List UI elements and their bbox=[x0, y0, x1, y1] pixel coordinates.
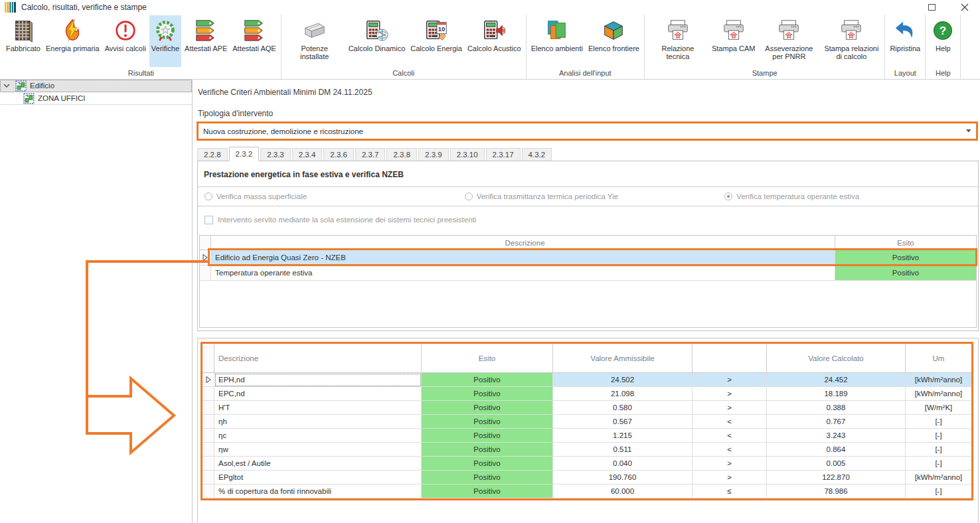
cell-esito[interactable]: Positivo bbox=[422, 401, 553, 415]
detail-row-asol-est-autile[interactable]: Asol,est / AutilePositivo0.040>0.005[-] bbox=[203, 457, 971, 471]
detail-row-epc-nd[interactable]: EPC,ndPositivo21.098>18.189[kWh/m²anno] bbox=[203, 387, 971, 401]
column-header-operatore[interactable] bbox=[693, 344, 767, 372]
tab-2-3-7[interactable]: 2.3.7 bbox=[355, 148, 386, 161]
ribbon-button-verifiche[interactable]: Verifiche bbox=[149, 15, 181, 67]
cell-operatore[interactable]: > bbox=[693, 387, 767, 401]
cell-valore-calcolato[interactable]: 78.986 bbox=[767, 485, 906, 498]
cell-descrizione[interactable]: % di copertura da fonti rinnovabili bbox=[214, 485, 422, 498]
radio-verifica-massa-superficiale[interactable]: Verifica massa superficiale bbox=[198, 187, 458, 206]
radio-verifica-trasmittanza-termica-periodica-yie[interactable]: Verifica trasmittanza termica periodica … bbox=[458, 187, 718, 206]
ribbon-button-energia-primaria[interactable]: Energia primaria bbox=[44, 15, 102, 67]
tab-2-3-8[interactable]: 2.3.8 bbox=[386, 148, 417, 161]
cell-descrizione[interactable]: Edificio ad Energia Quasi Zero - NZEB bbox=[211, 250, 835, 265]
ribbon-button-fabbricato[interactable]: Fabbricato bbox=[4, 15, 42, 67]
cell-operatore[interactable]: > bbox=[693, 401, 767, 415]
column-header-descrizione[interactable]: Descrizione bbox=[211, 236, 835, 250]
cell-um[interactable]: [-] bbox=[906, 457, 971, 471]
cell-descrizione[interactable]: ηw bbox=[214, 443, 422, 457]
cell-operatore[interactable]: > bbox=[693, 457, 767, 471]
cell-um[interactable]: [-] bbox=[906, 443, 971, 457]
cell-valore-ammissibile[interactable]: 0.580 bbox=[553, 401, 693, 415]
tab-2-3-9[interactable]: 2.3.9 bbox=[418, 148, 449, 161]
cell-esito[interactable]: Positivo bbox=[422, 387, 553, 401]
cell-esito[interactable]: Positivo bbox=[422, 485, 553, 498]
column-header-esito[interactable]: Esito bbox=[835, 236, 976, 250]
ribbon-button-calcolo-energia[interactable]: 10Calcolo Energia bbox=[408, 15, 464, 67]
column-header-esito[interactable]: Esito bbox=[422, 344, 553, 372]
ribbon-button-elenco-frontiere[interactable]: Elenco frontiere bbox=[586, 15, 641, 67]
cell-valore-ammissibile[interactable]: 1.215 bbox=[553, 429, 693, 443]
cell-um[interactable]: [kWh/m²anno] bbox=[906, 387, 971, 401]
detail-row-eph-nd[interactable]: EPH,ndPositivo24.502>24.452[kWh/m²anno] bbox=[203, 373, 971, 387]
cell-um[interactable]: [kWh/m²anno] bbox=[906, 471, 971, 485]
cell-descrizione[interactable]: EPH,nd bbox=[214, 373, 422, 387]
cell-esito[interactable]: Positivo bbox=[835, 265, 976, 281]
cell-um[interactable]: [-] bbox=[906, 485, 971, 498]
tab-2-3-3[interactable]: 2.3.3 bbox=[260, 148, 291, 161]
detail-row-di-copertura-da-fonti-rinnovabili[interactable]: % di copertura da fonti rinnovabiliPosit… bbox=[203, 485, 971, 498]
tab-2-3-10[interactable]: 2.3.10 bbox=[450, 148, 485, 161]
tab-2-3-17[interactable]: 2.3.17 bbox=[486, 148, 521, 161]
ribbon-button-relazione-tecnica[interactable]: Relazione tecnica bbox=[647, 15, 708, 67]
cell-valore-ammissibile[interactable]: 0.040 bbox=[553, 457, 693, 471]
ribbon-button-attestati-ape[interactable]: Attestati APE bbox=[183, 15, 229, 67]
cell-descrizione[interactable]: EPgltot bbox=[214, 471, 422, 485]
cell-valore-calcolato[interactable]: 24.452 bbox=[767, 373, 906, 387]
cell-valore-calcolato[interactable]: 3.243 bbox=[767, 429, 906, 443]
cell-valore-ammissibile[interactable]: 190.760 bbox=[553, 471, 693, 485]
radio-verifica-temperatura-operante-estiva[interactable]: Verifica temperatura operante estiva bbox=[718, 187, 978, 206]
detail-row-c[interactable]: ηcPositivo1.215<3.243[-] bbox=[203, 429, 971, 443]
cell-esito[interactable]: Positivo bbox=[422, 415, 553, 429]
extension-checkbox[interactable]: Intervento servito mediante la sola este… bbox=[204, 209, 476, 230]
cell-esito[interactable]: Positivo bbox=[422, 457, 553, 471]
ribbon-button-stampa-relazioni-di-calcolo[interactable]: Stampa relazioni di calcolo bbox=[821, 15, 882, 67]
tab-2-3-6[interactable]: 2.3.6 bbox=[323, 148, 354, 161]
cell-esito[interactable]: Positivo bbox=[422, 471, 553, 485]
column-header-valore-ammissibile[interactable]: Valore Ammissibile bbox=[553, 344, 693, 372]
cell-operatore[interactable]: < bbox=[693, 415, 767, 429]
column-header-valore-calcolato[interactable]: Valore Calcolato bbox=[767, 344, 906, 372]
cell-operatore[interactable]: < bbox=[693, 443, 767, 457]
cell-valore-calcolato[interactable]: 18.189 bbox=[767, 387, 906, 401]
cell-operatore[interactable]: > bbox=[693, 373, 767, 387]
maximize-button[interactable] bbox=[923, 1, 940, 13]
close-button[interactable] bbox=[956, 1, 973, 13]
cell-um[interactable]: [-] bbox=[906, 415, 971, 429]
cell-operatore[interactable]: ≤ bbox=[693, 485, 767, 498]
cell-um[interactable]: [kWh/m²anno] bbox=[906, 373, 971, 387]
tab-2-3-2[interactable]: 2.3.2 bbox=[229, 147, 260, 161]
ribbon-button-help[interactable]: ?Help bbox=[928, 15, 957, 67]
cell-valore-ammissibile[interactable]: 60.000 bbox=[553, 485, 693, 498]
cell-um[interactable]: [W/m²K] bbox=[906, 401, 971, 415]
detail-row-h[interactable]: ηhPositivo0.567<0.767[-] bbox=[203, 415, 971, 429]
cell-valore-calcolato[interactable]: 0.005 bbox=[767, 457, 906, 471]
column-header-um[interactable]: Um bbox=[906, 344, 971, 372]
ribbon-button-potenze-installate[interactable]: Potenze installate bbox=[284, 15, 345, 67]
cell-valore-calcolato[interactable]: 0.864 bbox=[767, 443, 906, 457]
tab-2-2-8[interactable]: 2.2.8 bbox=[197, 148, 228, 161]
ribbon-button-asseverazione-per-pnrr[interactable]: Asseverazione per PNRR bbox=[758, 15, 819, 67]
cell-um[interactable]: [-] bbox=[906, 429, 971, 443]
detail-row-epgltot[interactable]: EPgltotPositivo190.760>122.870[kWh/m²ann… bbox=[203, 471, 971, 485]
detail-row-w[interactable]: ηwPositivo0.511<0.864[-] bbox=[203, 443, 971, 457]
ribbon-button-ripristina[interactable]: Ripristina bbox=[888, 15, 922, 67]
cell-descrizione[interactable]: ηc bbox=[214, 429, 422, 443]
summary-row-temperatura-operante-estiva[interactable]: Temperatura operante estivaPositivo bbox=[200, 265, 976, 281]
cell-esito[interactable]: Positivo bbox=[835, 250, 976, 265]
cell-descrizione[interactable]: ηh bbox=[214, 415, 422, 429]
ribbon-button-calcolo-dinamico[interactable]: Calcolo Dinamico bbox=[347, 15, 408, 67]
cell-valore-ammissibile[interactable]: 21.098 bbox=[553, 387, 693, 401]
cell-descrizione[interactable]: Asol,est / Autile bbox=[214, 457, 422, 471]
cell-valore-ammissibile[interactable]: 0.567 bbox=[553, 415, 693, 429]
ribbon-button-avvisi-calcoli[interactable]: Avvisi calcoli bbox=[103, 15, 148, 67]
tab-4-3-2[interactable]: 4.3.2 bbox=[522, 148, 552, 161]
detail-row-h-t[interactable]: H'TPositivo0.580>0.388[W/m²K] bbox=[203, 401, 971, 415]
ribbon-button-calcolo-acustico[interactable]: Calcolo Acustico bbox=[465, 15, 523, 67]
column-header-descrizione[interactable]: Descrizione bbox=[214, 344, 422, 372]
cell-valore-calcolato[interactable]: 0.388 bbox=[767, 401, 906, 415]
cell-esito[interactable]: Positivo bbox=[422, 443, 553, 457]
cell-esito[interactable]: Positivo bbox=[422, 373, 553, 387]
ribbon-button-elenco-ambienti[interactable]: Elenco ambienti bbox=[529, 15, 585, 67]
cell-operatore[interactable]: < bbox=[693, 429, 767, 443]
ribbon-button-stampa-cam[interactable]: Stampa CAM bbox=[710, 15, 757, 67]
